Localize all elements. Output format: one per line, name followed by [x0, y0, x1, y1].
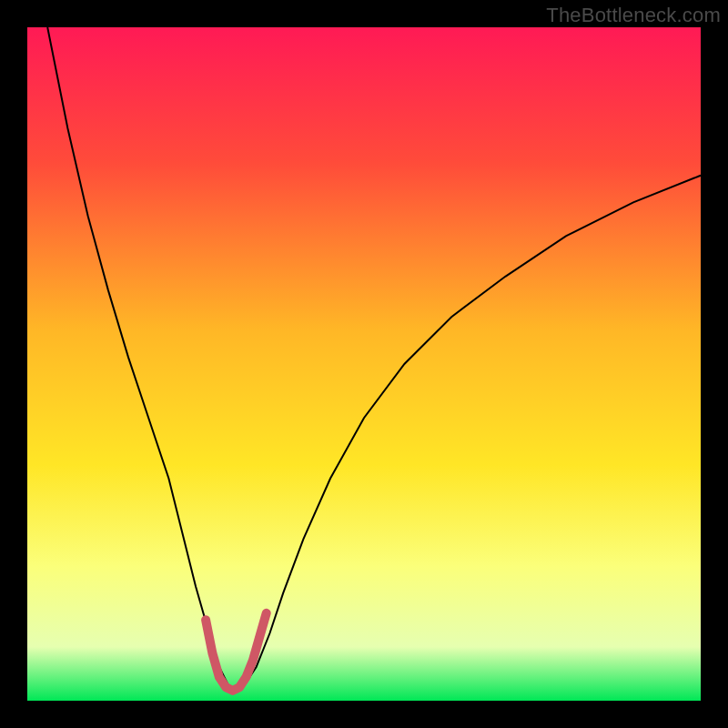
plot-background — [27, 27, 701, 701]
watermark-text: TheBottleneck.com — [546, 4, 721, 27]
outer-frame: TheBottleneck.com — [0, 0, 728, 728]
bottleneck-chart — [27, 27, 701, 701]
